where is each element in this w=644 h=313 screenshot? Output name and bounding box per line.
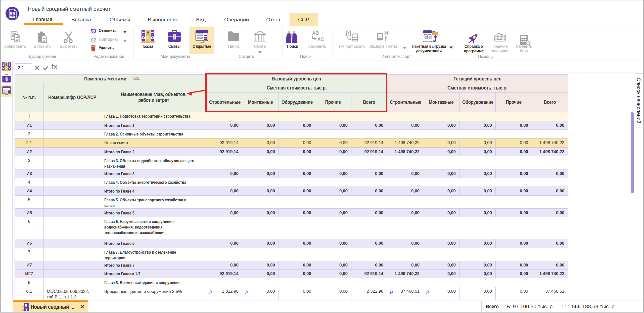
svg-text:AB: AB [312, 30, 319, 36]
svg-text:AC: AC [317, 36, 324, 42]
